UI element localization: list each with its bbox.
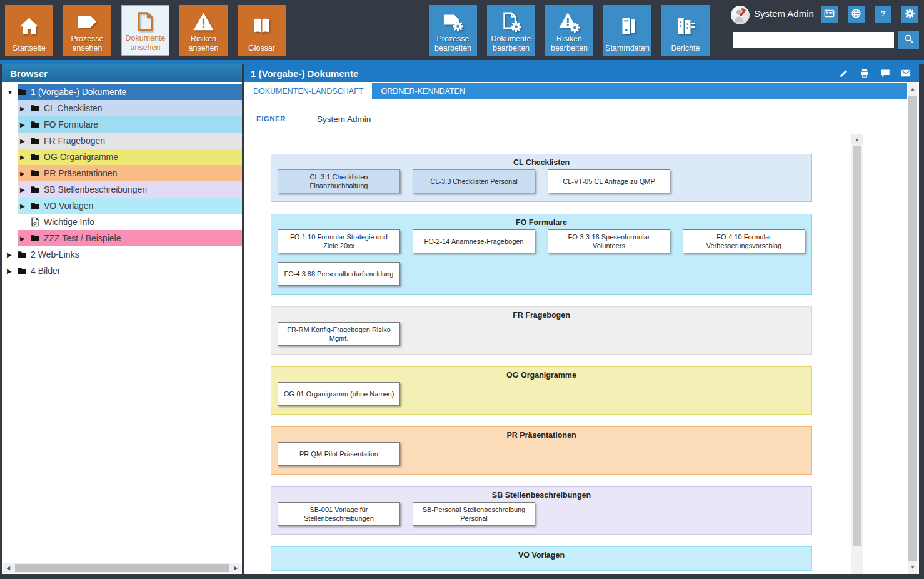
scroll-left-icon[interactable] (3, 565, 13, 571)
nav-group-edit: Prozesse bearbeitenDokumente bearbeitenR… (429, 5, 710, 56)
expander-closed-icon[interactable]: ▶ (20, 154, 28, 161)
content-scrollbar[interactable] (907, 83, 919, 574)
tree-item-pr-pr-sentationen[interactable]: ▶PR Präsentationen (2, 165, 242, 181)
folder-icon (30, 233, 40, 243)
expander-closed-icon[interactable]: ▶ (20, 235, 28, 242)
tree-item-vo-vorlagen[interactable]: ▶VO Vorlagen (2, 198, 242, 214)
tree-item-wichtige-info[interactable]: Wichtige Info (2, 214, 242, 230)
scroll-up-icon[interactable] (908, 84, 917, 94)
nav-button-label: Risiken ansehen (181, 34, 226, 53)
settings-button[interactable] (901, 6, 918, 23)
help-button[interactable]: ? (875, 6, 891, 23)
user-avatar[interactable] (731, 6, 750, 24)
expander-closed-icon[interactable]: ▶ (20, 203, 28, 209)
nav-glossar[interactable]: Glossar (238, 5, 286, 56)
doc-card-fo-4-10-formular-verbesserungsvorschlag[interactable]: FO-4.10 Formular Verbesserungsvorschlag (683, 229, 805, 253)
globe-icon (850, 8, 862, 22)
tree-item-1-vorgabe-dokumente[interactable]: ▼1 (Vorgabe-) Dokumente (2, 84, 242, 100)
landscape-scrollbar[interactable] (851, 134, 863, 574)
browser-tree: ▼1 (Vorgabe-) Dokumente▶CL Checklisten▶F… (2, 84, 242, 563)
tree-item-zzz-test-beispiele[interactable]: ▶ZZZ Test / Beispiele (2, 230, 242, 246)
doc-card-cl-vt-05-cl-anfrage-zu-qmp[interactable]: CL-VT-05 CL Anfrage zu QMP (548, 169, 670, 193)
header-accent-line (0, 60, 924, 64)
expander-closed-icon[interactable]: ▶ (20, 121, 28, 128)
doc-card-fo-3-3-16-spesenformular-volunteers[interactable]: FO-3.3-16 Spesenformular Volunteers (548, 229, 670, 253)
expander-closed-icon[interactable]: ▶ (20, 105, 28, 112)
print-icon[interactable] (859, 68, 870, 79)
doc-card-fo-4-3-88-personalbedarfsmeldung[interactable]: FO-4.3.88 Personalbedarfsmeldung (278, 262, 400, 286)
expander-closed-icon[interactable]: ▶ (20, 186, 28, 193)
doc-card-cl-3-3-checklisten-personal[interactable]: CL-3.3 Checklisten Personal (413, 169, 535, 193)
tree-item-4-bilder[interactable]: ▶4 Bilder (2, 263, 242, 279)
doc-card-fo-1-10-formular-strategie-und-ziele-20xx[interactable]: FO-1.10 Formular Strategie und Ziele 20x… (278, 229, 400, 253)
expander-closed-icon[interactable]: ▶ (20, 170, 28, 177)
nav-stammdaten[interactable]: Stammdaten (603, 5, 651, 56)
globe-button[interactable] (848, 6, 865, 23)
folder-icon (30, 136, 40, 146)
linked-doc-icon (30, 217, 40, 227)
folder-icon (30, 184, 40, 194)
mail-icon[interactable] (900, 68, 911, 79)
scrollbar-track[interactable] (908, 83, 917, 574)
id-card-button[interactable] (821, 6, 838, 23)
nav-dokumente-bearbeiten[interactable]: Dokumente bearbeiten (487, 5, 535, 56)
nav-button-label: Prozesse bearbeiten (430, 34, 476, 53)
expander-closed-icon[interactable]: ▶ (20, 138, 28, 144)
section-title: FR Fragebogen (271, 307, 811, 318)
tree-item-sb-stellenbeschreibungen[interactable]: ▶SB Stellenbeschreibungen (2, 181, 242, 198)
search-button[interactable] (898, 31, 919, 49)
doc-card-cl-3-1-checklisten-finanzbuchhaltung[interactable]: CL-3.1 Checklisten Finanzbuchhaltung (278, 169, 400, 193)
nav-button-label: Berichte (671, 44, 700, 53)
doc-card-pr-qm-pilot-pr-sentation[interactable]: PR QM-Pilot Präsentation (278, 442, 400, 466)
edit-icon[interactable] (838, 68, 850, 79)
top-header-bar: StartseiteProzesse ansehenDokumente anse… (0, 0, 924, 60)
nav-button-label: Stammdaten (605, 44, 650, 53)
folder-icon (30, 201, 40, 211)
tree-item-label: FO Formulare (44, 119, 98, 129)
search-icon (903, 33, 915, 47)
settings-icon (904, 8, 916, 22)
tree-item-og-organigramme[interactable]: ▶OG Organigramme (2, 149, 242, 165)
nav-risiken-bearbeiten[interactable]: Risiken bearbeiten (545, 5, 593, 56)
expander-open-icon[interactable]: ▼ (7, 89, 15, 96)
scrollbar-thumb[interactable] (15, 564, 229, 572)
scrollbar-thumb[interactable] (908, 96, 917, 561)
doc-card-sb-001-vorlage-f-r-stellenbeschreibungen[interactable]: SB-001 Vorlage für Stellenbeschreibungen (278, 502, 400, 526)
section-cards (271, 558, 811, 570)
tab-dokumenten-landschaft[interactable]: DOKUMENTEN-LANDSCHAFT (244, 83, 372, 99)
doc-card-fr-rm-konfig-fragebogen-risiko-mgmt[interactable]: FR-RM Konfig-Fragebogen Risiko Mgmt. (278, 322, 400, 346)
scroll-up-icon[interactable] (851, 134, 863, 145)
doc-card-og-01-organigramm-ohne-namen[interactable]: OG-01 Organigramm (ohne Namen) (278, 382, 400, 406)
search-input[interactable] (733, 32, 894, 48)
nav-prozesse-bearbeiten[interactable]: Prozesse bearbeiten (429, 5, 477, 56)
tree-item-fr-fragebogen[interactable]: ▶FR Fragebogen (2, 133, 242, 149)
tree-item-2-web-links[interactable]: ▶2 Web-Links (2, 246, 242, 263)
section-vo-vorlagen: VO Vorlagen (271, 546, 812, 571)
tree-item-cl-checklisten[interactable]: ▶CL Checklisten (2, 100, 242, 116)
expander-closed-icon[interactable]: ▶ (7, 251, 15, 258)
nav-button-label: Glossar (248, 44, 275, 53)
browser-horizontal-scrollbar[interactable] (3, 563, 241, 573)
home-icon (6, 8, 52, 44)
section-cards: PR QM-Pilot Präsentation (271, 438, 811, 474)
scrollbar-thumb[interactable] (853, 146, 861, 546)
doc-card-fo-2-14-anamnese-fragebogen[interactable]: FO-2-14 Anamnese-Fragebogen (413, 229, 535, 253)
section-title: SB Stellenbeschreibungen (271, 487, 811, 498)
scroll-down-icon[interactable] (908, 563, 917, 573)
expander-closed-icon[interactable]: ▶ (7, 268, 15, 274)
main-titlebar: 1 (Vorgabe-) Dokumente (244, 64, 919, 82)
tree-item-label: VO Vorlagen (44, 201, 93, 211)
nav-berichte[interactable]: Berichte (661, 5, 710, 56)
nav-startseite[interactable]: Startseite (5, 5, 53, 56)
tab-ordner-kenndaten[interactable]: ORDNER-KENNDATEN (372, 83, 474, 99)
comment-icon[interactable] (880, 68, 891, 79)
tab-content: EIGNER System Admin CL ChecklistenCL-3.1… (244, 99, 907, 574)
id-card-icon (823, 8, 835, 22)
nav-prozesse-ansehen[interactable]: Prozesse ansehen (63, 5, 111, 56)
scroll-right-icon[interactable] (231, 565, 241, 571)
tree-item-fo-formulare[interactable]: ▶FO Formulare (2, 116, 242, 133)
nav-risiken-ansehen[interactable]: Risiken ansehen (179, 5, 228, 56)
folder-icon (17, 87, 27, 97)
doc-card-sb-personal-stellenbeschreibung-personal[interactable]: SB-Personal Stellenbeschreibung Personal (413, 502, 535, 526)
nav-dokumente-ansehen[interactable]: Dokumente ansehen (121, 5, 169, 56)
